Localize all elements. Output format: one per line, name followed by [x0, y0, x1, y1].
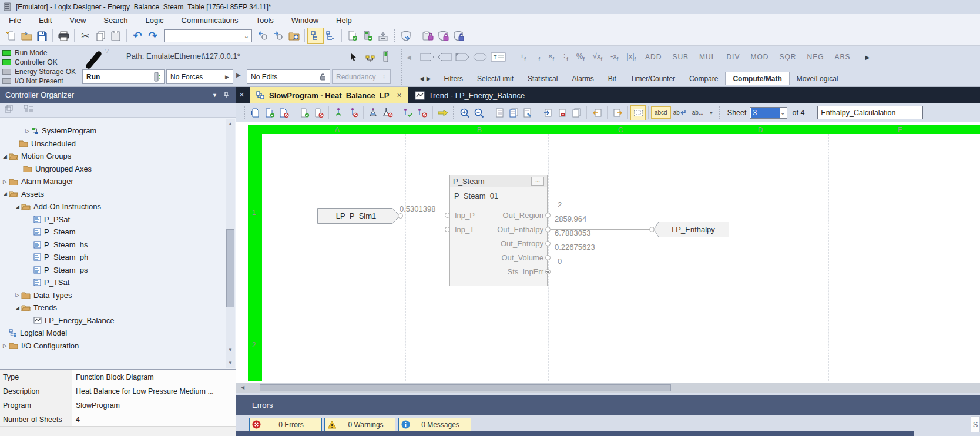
oref-shape-button[interactable] — [438, 53, 452, 61]
paste-button[interactable] — [108, 28, 123, 43]
menu-logic[interactable]: Logic — [137, 15, 173, 26]
output-reference-lp-enthalpy[interactable]: LP_Enthalpy — [651, 222, 729, 237]
routine-block-icon[interactable] — [311, 106, 325, 120]
tree-item-alarm-manager[interactable]: ▷ Alarm Manager — [0, 175, 236, 188]
tree-scrollbar[interactable]: ▲ ▼ ▼ — [226, 119, 235, 368]
output-pin-connector[interactable] — [545, 213, 551, 218]
sheet-selector[interactable]: 3 ⌄ — [750, 107, 787, 119]
tree-item-data-types[interactable]: ▷ Data Types — [0, 289, 236, 302]
expand-icon[interactable]: ◢ — [1, 191, 9, 197]
pin-sts-inperr[interactable]: Sts_InpErr — [449, 267, 543, 276]
pointer-icon[interactable] — [350, 53, 357, 63]
tree-item-p-steam-ph[interactable]: P_Steam_ph — [0, 251, 236, 264]
tree-item-p-tsat[interactable]: P_TSat — [0, 276, 236, 289]
download-button[interactable] — [375, 28, 391, 43]
safety-lock-clipboard-button[interactable] — [420, 28, 435, 43]
output-pin-connector[interactable] — [545, 255, 551, 260]
menu-search[interactable]: Search — [95, 15, 136, 26]
tabs-scroll-right-icon[interactable]: ▶ — [427, 75, 437, 85]
expand-icon[interactable]: ◢ — [14, 204, 21, 210]
tabs-scroll-left-icon[interactable]: ◀ — [419, 75, 427, 85]
tab-compare[interactable]: Compare — [682, 72, 725, 85]
tab-trend-lp-energy-balance[interactable]: Trend - LP_Energy_Balance — [408, 87, 532, 103]
copy-sheet-icon[interactable] — [569, 106, 583, 120]
tab-move-logical[interactable]: Move/Logical — [790, 72, 845, 85]
instruction-SQR-button[interactable]: SQR — [774, 53, 801, 61]
block-tag-name[interactable]: P_Steam_01 — [450, 187, 547, 200]
instruction-div-f-button[interactable]: ÷f — [558, 52, 572, 62]
routine-verify-icon[interactable] — [297, 106, 311, 120]
edits-expand-icon[interactable]: ▶ — [236, 72, 241, 78]
flask-verify-icon[interactable] — [367, 106, 381, 120]
quick-find-combobox[interactable]: ⌄ — [164, 29, 252, 42]
sheet-hscrollbar[interactable]: ◀ — [236, 383, 980, 393]
iref-output-pin[interactable] — [398, 213, 403, 219]
page-icon[interactable] — [492, 106, 506, 120]
pane-menu-icon[interactable]: ▼ — [206, 92, 223, 98]
tree-item-logical-model[interactable]: Logical Model — [0, 327, 236, 340]
wire-block-icon[interactable] — [415, 106, 429, 120]
sheet-verify-icon[interactable] — [263, 106, 277, 120]
tree-scrollbar-thumb[interactable] — [226, 229, 234, 307]
save-button[interactable] — [34, 28, 49, 43]
close-icon[interactable]: × — [239, 90, 244, 99]
cut-icon[interactable]: ✂ — [78, 28, 93, 43]
instruction-add-f-button[interactable]: +f — [516, 52, 530, 62]
flask-block-icon[interactable] — [381, 106, 395, 120]
safety-lock-button[interactable] — [435, 28, 451, 43]
expand-icon[interactable]: ▷ — [24, 128, 31, 134]
output-pin-connector[interactable] — [545, 241, 551, 246]
tab-close-icon[interactable]: × — [397, 90, 401, 100]
tree-item-motion-groups[interactable]: ◢ Motion Groups — [0, 150, 236, 163]
pin-icon[interactable] — [223, 92, 236, 99]
tree-item-p-steam-hs[interactable]: P_Steam_hs — [0, 239, 236, 251]
tab-timer-counter[interactable]: Timer/Counter — [623, 72, 682, 85]
search-previous-button[interactable] — [256, 28, 271, 43]
text-more-button[interactable]: ab... — [689, 107, 706, 118]
errors-panel-header[interactable]: Errors — [236, 395, 980, 415]
tab-bit[interactable]: Bit — [601, 72, 623, 85]
zoom-out-icon[interactable] — [472, 106, 486, 120]
expand-icon[interactable]: ◢ — [14, 305, 21, 311]
import-sheet-icon[interactable] — [541, 106, 555, 120]
scroll-down-icon-mid[interactable]: ▼ — [226, 347, 235, 353]
output-pin-connector[interactable] — [545, 227, 551, 232]
instruction-mul-f-button[interactable]: ×f — [544, 52, 558, 62]
safety-wrench-button[interactable] — [398, 28, 414, 43]
icon-shape-button[interactable] — [455, 53, 469, 61]
tab-compute-math[interactable]: Compute/Math — [725, 72, 789, 85]
tree-item-p-psat[interactable]: P_PSat — [0, 213, 236, 226]
expand-icon[interactable]: ▷ — [1, 343, 9, 348]
tree-item-assets[interactable]: ◢ Assets — [0, 188, 236, 201]
scroll-left-icon[interactable]: ◀ — [241, 385, 244, 390]
verify-routine-button[interactable] — [345, 28, 360, 43]
palette-scroll-left-icon[interactable]: ◀ — [407, 54, 411, 61]
memory-card-icon[interactable] — [383, 51, 388, 65]
goto-icon[interactable] — [436, 106, 450, 120]
tree-item-lp-energy-balance[interactable]: LP_Energy_Balance — [0, 314, 236, 327]
property-value[interactable]: SlowProgram — [72, 398, 236, 412]
menu-tools[interactable]: Tools — [247, 15, 282, 26]
tree-item-p-steam-ps[interactable]: P_Steam_ps — [0, 264, 236, 277]
property-value[interactable]: Heat Balance for Low Pressure Medium ... — [72, 384, 236, 398]
search-next-button[interactable] — [271, 28, 286, 43]
instruction-MUL-button[interactable]: MUL — [694, 53, 721, 61]
open-file-button[interactable] — [19, 28, 34, 43]
instruction-MOD-button[interactable]: MOD — [745, 53, 774, 61]
warnings-filter-button[interactable]: 0 Warnings — [324, 418, 395, 431]
pin-block-icon[interactable] — [346, 106, 360, 120]
menu-help[interactable]: Help — [327, 15, 361, 26]
tab-statistical[interactable]: Statistical — [521, 72, 565, 85]
pin-out-entropy[interactable]: Out_Entropy — [449, 239, 543, 248]
block-properties-button[interactable]: ... — [531, 177, 544, 186]
zoom-in-icon[interactable] — [458, 106, 472, 120]
tab-select-limit[interactable]: Select/Limit — [470, 72, 521, 85]
delete-sheet-icon[interactable] — [555, 106, 569, 120]
expand-icon[interactable]: ◢ — [1, 153, 9, 159]
pin-out-enthalpy[interactable]: Out_Enthalpy — [449, 225, 543, 234]
input-pin-connector[interactable] — [445, 213, 450, 218]
verify-controller-button[interactable] — [360, 28, 375, 43]
network-nodes-icon[interactable] — [365, 54, 375, 65]
instruction-DIV-button[interactable]: DIV — [721, 53, 745, 61]
tab-filters[interactable]: Filters — [437, 72, 470, 85]
